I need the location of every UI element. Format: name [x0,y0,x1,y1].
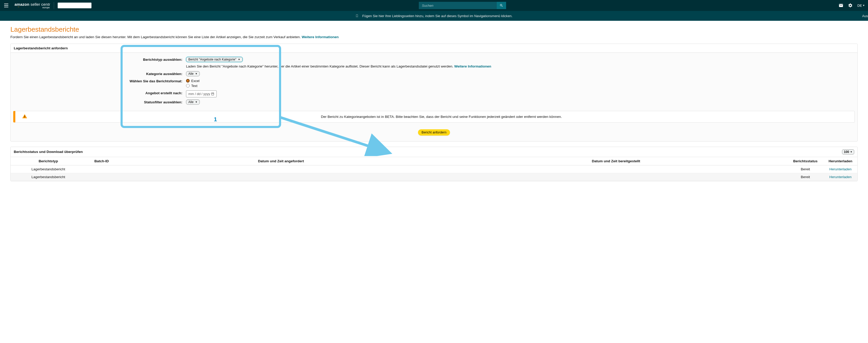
page-subtitle: Fordern Sie einen Lagerbestandsbericht a… [10,35,858,39]
top-header: amazon seller centr ⌣ europe DE ▼ [0,0,868,11]
bookmark-text: Fügen Sie hier Ihre Lieblingsseiten hinz… [362,14,512,18]
col-batch: Batch-ID [86,157,117,165]
format-excel-radio[interactable] [186,79,190,82]
status-panel-header: Berichtsstatus und Download überprüfen 1… [11,147,857,157]
date-placeholder: mm / dd / yyyy [188,92,210,96]
more-info-link[interactable]: Weitere Informationen [302,35,339,39]
cell-provided [445,173,787,181]
cell-download: Herunterladen [824,165,857,173]
beta-alert: Der Bericht zu Kategorieangeboten ist in… [13,111,855,123]
brand-logo[interactable]: amazon seller centr ⌣ europe [14,2,50,9]
cell-requested [117,165,445,173]
report-type-description: Laden Sie den Bericht "Angebote nach Kat… [186,64,491,69]
col-type: Berichtstyp [11,157,86,165]
chevron-down-icon: ▼ [195,72,197,75]
cell-type: Lagerbestandsbericht [11,165,86,173]
format-text-label: Text [191,84,197,88]
warning-icon [22,114,27,120]
table-row: LagerbestandsberichtBereitHerunterladen [11,173,857,181]
report-desc-text: Laden Sie den Bericht "Angebote nach Kat… [186,64,454,68]
label-category: Kategorie auswählen: [11,71,186,76]
page-size-value: 100 [844,150,849,154]
report-desc-link[interactable]: Weitere Informationen [454,64,491,68]
table-row: LagerbestandsberichtBereitHerunterladen [11,165,857,173]
request-panel-header: Lagerbestandsbericht anfordern [11,44,857,53]
cell-type: Lagerbestandsbericht [11,173,86,181]
request-report-panel: Lagerbestandsbericht anfordern Berichtst… [10,44,858,141]
bookmark-icon [355,14,359,18]
menu-hamburger-icon[interactable] [3,2,9,8]
cell-batch [86,173,117,181]
cell-status: Bereit [787,165,824,173]
page-title: Lagerbestandsberichte [10,26,858,34]
bookmark-right-text: Aus [862,14,868,18]
category-value: Alle [188,72,193,75]
page-size-select[interactable]: 100 ▼ [842,149,854,155]
language-label: DE [857,4,862,7]
download-link[interactable]: Herunterladen [829,167,851,171]
search-input[interactable] [419,2,497,9]
cell-status: Bereit [787,173,824,181]
col-download: Herunterladen [824,157,857,165]
alert-text: Der Bericht zu Kategorieangeboten ist in… [32,115,851,119]
logo-subtext: europe [14,6,50,9]
subtitle-text: Fordern Sie einen Lagerbestandsbericht a… [10,35,302,39]
cell-batch [86,165,117,173]
category-select[interactable]: Alle ▼ [186,71,200,76]
download-link[interactable]: Herunterladen [829,175,851,179]
col-provided: Datum und Zeit bereitgestellt [445,157,787,165]
marketplace-selector[interactable] [58,3,91,8]
report-status-panel: Berichtsstatus und Download überprüfen 1… [10,147,858,181]
label-created-after: Angebot erstellt nach: [11,90,186,95]
format-excel-label: Excel [191,79,199,83]
request-report-button[interactable]: Bericht anfordern [418,129,450,136]
chevron-down-icon: ▼ [238,58,240,61]
calendar-icon [211,92,214,96]
report-type-select[interactable]: Bericht "Angebote nach Kategorie" ▼ [186,57,243,62]
chevron-down-icon: ▼ [850,150,852,153]
main-content: Lagerbestandsberichte Fordern Sie einen … [0,21,868,197]
status-filter-value: Alle [188,100,193,104]
cell-provided [445,165,787,173]
label-report-type: Berichtstyp auswählen: [11,57,186,62]
format-text-radio[interactable] [186,84,190,88]
created-after-date-input[interactable]: mm / dd / yyyy [186,90,217,97]
bookmark-bar: Fügen Sie hier Ihre Lieblingsseiten hinz… [0,11,868,21]
label-format: Wählen Sie das Berichtsformat: [11,78,186,83]
label-status-filter: Statusfilter auswählen: [11,99,186,104]
report-type-value: Bericht "Angebote nach Kategorie" [188,58,237,61]
col-status: Berichtsstatus [787,157,824,165]
cell-requested [117,173,445,181]
mail-icon[interactable] [839,3,843,8]
reports-table: Berichtstyp Batch-ID Datum und Zeit ange… [11,157,857,181]
cell-download: Herunterladen [824,173,857,181]
col-requested: Datum und Zeit angefordert [117,157,445,165]
language-selector[interactable]: DE ▼ [857,4,865,7]
status-filter-select[interactable]: Alle ▼ [186,99,200,105]
gear-icon[interactable] [848,3,853,8]
header-right-controls: DE ▼ [839,3,865,8]
search-icon [500,4,503,7]
search-bar [419,2,506,9]
chevron-down-icon: ▼ [195,101,197,103]
status-panel-title: Berichtsstatus und Download überprüfen [14,150,83,154]
search-button[interactable] [497,2,506,9]
